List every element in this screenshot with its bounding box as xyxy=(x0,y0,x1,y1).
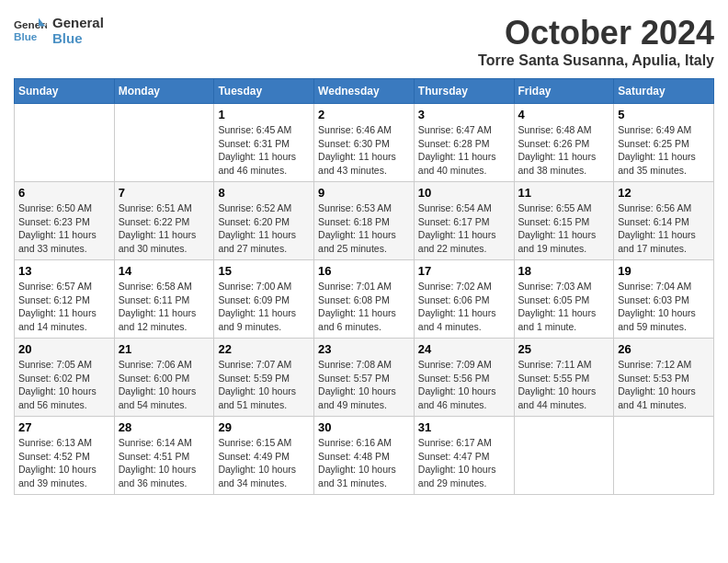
day-info: Sunrise: 6:50 AM Sunset: 6:23 PM Dayligh… xyxy=(18,201,110,256)
calendar-cell: 6Sunrise: 6:50 AM Sunset: 6:23 PM Daylig… xyxy=(15,182,115,260)
calendar-cell: 31Sunrise: 6:17 AM Sunset: 4:47 PM Dayli… xyxy=(414,417,514,495)
day-info: Sunrise: 6:46 AM Sunset: 6:30 PM Dayligh… xyxy=(318,123,410,178)
day-info: Sunrise: 7:09 AM Sunset: 5:56 PM Dayligh… xyxy=(418,358,510,412)
calendar-cell: 30Sunrise: 6:16 AM Sunset: 4:48 PM Dayli… xyxy=(314,417,415,495)
day-number: 15 xyxy=(218,264,310,278)
day-number: 21 xyxy=(119,342,210,356)
svg-text:Blue: Blue xyxy=(14,30,38,42)
day-info: Sunrise: 6:16 AM Sunset: 4:48 PM Dayligh… xyxy=(318,436,410,490)
calendar-cell: 3Sunrise: 6:47 AM Sunset: 6:28 PM Daylig… xyxy=(414,104,514,182)
day-number: 12 xyxy=(618,186,710,200)
weekday-header: Thursday xyxy=(414,79,514,104)
day-number: 30 xyxy=(318,420,410,434)
calendar-week-row: 13Sunrise: 6:57 AM Sunset: 6:12 PM Dayli… xyxy=(15,260,714,339)
calendar-cell: 29Sunrise: 6:15 AM Sunset: 4:49 PM Dayli… xyxy=(214,417,314,495)
day-number: 16 xyxy=(318,264,410,278)
day-number: 14 xyxy=(119,264,210,278)
day-info: Sunrise: 6:55 AM Sunset: 6:15 PM Dayligh… xyxy=(518,201,610,256)
weekday-header: Friday xyxy=(514,79,614,104)
calendar-cell: 23Sunrise: 7:08 AM Sunset: 5:57 PM Dayli… xyxy=(314,339,415,417)
calendar-cell: 13Sunrise: 6:57 AM Sunset: 6:12 PM Dayli… xyxy=(15,260,115,339)
calendar-cell: 12Sunrise: 6:56 AM Sunset: 6:14 PM Dayli… xyxy=(614,182,714,260)
day-info: Sunrise: 7:03 AM Sunset: 6:05 PM Dayligh… xyxy=(518,280,610,334)
calendar-cell: 15Sunrise: 7:00 AM Sunset: 6:09 PM Dayli… xyxy=(214,260,314,339)
calendar-cell: 4Sunrise: 6:48 AM Sunset: 6:26 PM Daylig… xyxy=(514,104,614,182)
day-info: Sunrise: 6:57 AM Sunset: 6:12 PM Dayligh… xyxy=(18,280,110,334)
day-info: Sunrise: 7:12 AM Sunset: 5:53 PM Dayligh… xyxy=(618,358,710,412)
day-info: Sunrise: 6:54 AM Sunset: 6:17 PM Dayligh… xyxy=(418,201,510,256)
calendar-week-row: 6Sunrise: 6:50 AM Sunset: 6:23 PM Daylig… xyxy=(15,182,714,260)
day-info: Sunrise: 7:07 AM Sunset: 5:59 PM Dayligh… xyxy=(218,358,310,412)
day-info: Sunrise: 7:02 AM Sunset: 6:06 PM Dayligh… xyxy=(418,280,510,334)
day-number: 31 xyxy=(418,420,510,434)
day-number: 3 xyxy=(418,108,510,121)
day-number: 29 xyxy=(218,420,310,434)
day-info: Sunrise: 6:49 AM Sunset: 6:25 PM Dayligh… xyxy=(618,123,710,178)
day-number: 6 xyxy=(18,186,110,200)
day-info: Sunrise: 6:14 AM Sunset: 4:51 PM Dayligh… xyxy=(119,436,210,490)
day-number: 10 xyxy=(418,186,510,200)
day-info: Sunrise: 6:56 AM Sunset: 6:14 PM Dayligh… xyxy=(618,201,710,256)
day-number: 19 xyxy=(618,264,710,278)
day-info: Sunrise: 6:17 AM Sunset: 4:47 PM Dayligh… xyxy=(418,436,510,490)
day-number: 7 xyxy=(119,186,210,200)
calendar-week-row: 27Sunrise: 6:13 AM Sunset: 4:52 PM Dayli… xyxy=(15,417,714,495)
calendar-week-row: 20Sunrise: 7:05 AM Sunset: 6:02 PM Dayli… xyxy=(15,339,714,417)
calendar-cell: 25Sunrise: 7:11 AM Sunset: 5:55 PM Dayli… xyxy=(514,339,614,417)
day-number: 17 xyxy=(418,264,510,278)
day-number: 18 xyxy=(518,264,610,278)
day-info: Sunrise: 7:01 AM Sunset: 6:08 PM Dayligh… xyxy=(318,280,410,334)
calendar-cell: 16Sunrise: 7:01 AM Sunset: 6:08 PM Dayli… xyxy=(314,260,415,339)
day-number: 13 xyxy=(18,264,110,278)
day-info: Sunrise: 6:15 AM Sunset: 4:49 PM Dayligh… xyxy=(218,436,310,490)
calendar-cell: 11Sunrise: 6:55 AM Sunset: 6:15 PM Dayli… xyxy=(514,182,614,260)
calendar-cell: 19Sunrise: 7:04 AM Sunset: 6:03 PM Dayli… xyxy=(614,260,714,339)
calendar-cell: 1Sunrise: 6:45 AM Sunset: 6:31 PM Daylig… xyxy=(214,104,314,182)
page-header: General Blue General Blue October 2024 T… xyxy=(14,14,714,69)
calendar-week-row: 1Sunrise: 6:45 AM Sunset: 6:31 PM Daylig… xyxy=(15,104,714,182)
logo-general: General xyxy=(52,15,104,30)
day-info: Sunrise: 6:51 AM Sunset: 6:22 PM Dayligh… xyxy=(119,201,210,256)
day-info: Sunrise: 6:48 AM Sunset: 6:26 PM Dayligh… xyxy=(518,123,610,178)
weekday-header-row: SundayMondayTuesdayWednesdayThursdayFrid… xyxy=(15,79,714,104)
calendar-cell: 5Sunrise: 6:49 AM Sunset: 6:25 PM Daylig… xyxy=(614,104,714,182)
day-number: 25 xyxy=(518,342,610,356)
calendar-cell xyxy=(15,104,115,182)
day-info: Sunrise: 7:04 AM Sunset: 6:03 PM Dayligh… xyxy=(618,280,710,334)
calendar-cell xyxy=(514,417,614,495)
weekday-header: Saturday xyxy=(614,79,714,104)
logo: General Blue General Blue xyxy=(14,14,104,47)
calendar-cell: 7Sunrise: 6:51 AM Sunset: 6:22 PM Daylig… xyxy=(114,182,214,260)
calendar-cell: 21Sunrise: 7:06 AM Sunset: 6:00 PM Dayli… xyxy=(114,339,214,417)
day-info: Sunrise: 6:53 AM Sunset: 6:18 PM Dayligh… xyxy=(318,201,410,256)
day-info: Sunrise: 7:05 AM Sunset: 6:02 PM Dayligh… xyxy=(18,358,110,412)
day-info: Sunrise: 6:45 AM Sunset: 6:31 PM Dayligh… xyxy=(218,123,310,178)
day-info: Sunrise: 7:06 AM Sunset: 6:00 PM Dayligh… xyxy=(119,358,210,412)
day-number: 8 xyxy=(218,186,310,200)
day-info: Sunrise: 7:11 AM Sunset: 5:55 PM Dayligh… xyxy=(518,358,610,412)
day-number: 4 xyxy=(518,108,610,121)
day-number: 9 xyxy=(318,186,410,200)
day-number: 26 xyxy=(618,342,710,356)
calendar-cell: 24Sunrise: 7:09 AM Sunset: 5:56 PM Dayli… xyxy=(414,339,514,417)
weekday-header: Tuesday xyxy=(214,79,314,104)
weekday-header: Monday xyxy=(114,79,214,104)
weekday-header: Sunday xyxy=(15,79,115,104)
logo-blue: Blue xyxy=(52,30,104,46)
day-info: Sunrise: 6:58 AM Sunset: 6:11 PM Dayligh… xyxy=(119,280,210,334)
day-number: 1 xyxy=(218,108,310,121)
day-number: 23 xyxy=(318,342,410,356)
day-number: 20 xyxy=(18,342,110,356)
calendar-cell xyxy=(114,104,214,182)
calendar-cell: 8Sunrise: 6:52 AM Sunset: 6:20 PM Daylig… xyxy=(214,182,314,260)
location: Torre Santa Susanna, Apulia, Italy xyxy=(478,52,714,69)
calendar-cell: 28Sunrise: 6:14 AM Sunset: 4:51 PM Dayli… xyxy=(114,417,214,495)
day-number: 22 xyxy=(218,342,310,356)
calendar-cell: 17Sunrise: 7:02 AM Sunset: 6:06 PM Dayli… xyxy=(414,260,514,339)
day-number: 11 xyxy=(518,186,610,200)
day-number: 27 xyxy=(18,420,110,434)
day-number: 28 xyxy=(119,420,210,434)
calendar-cell: 18Sunrise: 7:03 AM Sunset: 6:05 PM Dayli… xyxy=(514,260,614,339)
calendar-cell: 20Sunrise: 7:05 AM Sunset: 6:02 PM Dayli… xyxy=(15,339,115,417)
calendar-cell: 2Sunrise: 6:46 AM Sunset: 6:30 PM Daylig… xyxy=(314,104,415,182)
